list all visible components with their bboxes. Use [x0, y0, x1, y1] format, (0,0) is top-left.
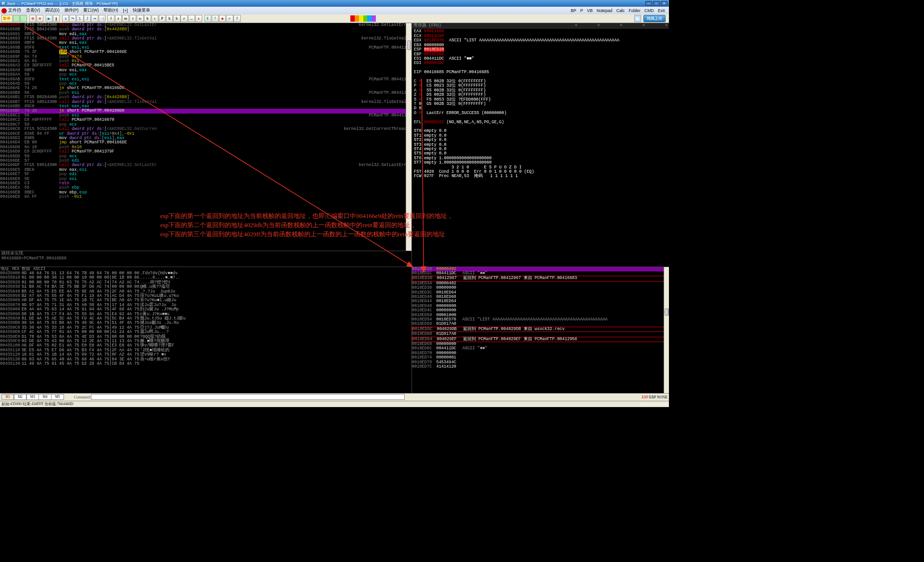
tab-m3[interactable]: M3: [26, 394, 39, 399]
run-button[interactable]: ▶: [46, 15, 52, 22]
app-glyph-icon: [1, 8, 7, 14]
tbQ1[interactable]: ?: [212, 15, 218, 22]
register-line[interactable]: ST1 empty 0.0: [412, 134, 669, 138]
tbS[interactable]: ✓: [226, 15, 233, 22]
tb-c[interactable]: c: [152, 15, 158, 22]
tbQ2[interactable]: ■: [219, 15, 226, 22]
menu-p[interactable]: P: [580, 8, 583, 13]
tbE[interactable]: E: [205, 15, 211, 22]
menu-window[interactable]: 窗口(W): [83, 8, 99, 13]
tb-h[interactable]: h: [144, 15, 151, 22]
tab-m4[interactable]: M4: [38, 394, 51, 399]
tb-s[interactable]: s: [195, 15, 202, 22]
menu-notepad[interactable]: Notepad: [597, 8, 613, 13]
tracein-button[interactable]: ⤵: [77, 15, 83, 22]
restart-button[interactable]: ⟲: [29, 15, 36, 22]
app-icon: 🛠: [1, 1, 5, 6]
annotation-2: esp下面的第二个返回到的地址4029db为当前函数栈帧的上一函数栈帧中的ret…: [160, 221, 416, 230]
menu-debug[interactable]: 调试(D): [45, 8, 59, 13]
hex-dump-pane[interactable]: 地址 HEX 数据 ASCII 004350000D 46 64 76 D1 1…: [0, 267, 411, 393]
tb-m[interactable]: m: [122, 15, 129, 22]
menu-calc[interactable]: Calc: [616, 8, 625, 13]
stepover-button[interactable]: ↷: [69, 15, 76, 22]
tab-m1[interactable]: M1: [1, 394, 14, 399]
register-line[interactable]: ESP 0018ED28: [412, 48, 669, 52]
rainbow-logo: [350, 15, 375, 21]
minimize-button[interactable]: —: [645, 1, 652, 6]
tb-l[interactable]: l: [107, 15, 114, 22]
register-line[interactable]: ESI 004411DC ASCII "■■": [412, 57, 669, 61]
tab-m5[interactable]: M5: [51, 394, 64, 399]
command-input[interactable]: [91, 394, 405, 400]
tb-k[interactable]: k: [166, 15, 173, 22]
annotation-3: esp下面的第三个返回到的地址4029ff为当前函数栈帧的上一函数的上一函数的栈…: [160, 230, 445, 239]
menu-file[interactable]: 文件(f): [8, 8, 21, 13]
register-line[interactable]: EBX 00000000: [412, 43, 669, 48]
tab-bar: M1 M2 M3 M4 M5 Command: ESP EBP NONE: [0, 393, 669, 401]
stack-row[interactable]: 0018ED6001D817A0: [412, 332, 669, 336]
stop-button[interactable]: ✕: [37, 15, 43, 22]
tb-e[interactable]: e: [115, 15, 122, 22]
register-line[interactable]: O 0 LastErr ERROR_SUCCESS (00000000): [412, 111, 669, 115]
tb-w[interactable]: w: [137, 15, 143, 22]
tab-m2[interactable]: M2: [14, 394, 27, 399]
dump-row[interactable]: 0043514011 49 4A 75 91 45 4A 75 D2 28 4A…: [0, 362, 411, 366]
tbQ3[interactable]: ?: [233, 15, 240, 22]
tb2[interactable]: [20, 15, 27, 22]
registers-pane[interactable]: 寄存器 (FPU)< < < < < EAX 00001000ECX 00524…: [412, 23, 669, 267]
register-line[interactable]: ST0 empty 0.0: [412, 129, 669, 133]
close-button[interactable]: ✕: [661, 1, 667, 6]
register-line[interactable]: ST4 empty 0.0: [412, 147, 669, 152]
rununtil-button[interactable]: →|: [99, 15, 105, 22]
stack-pane[interactable]: 0018ED28000004020018ED2C004411DCASCII "■…: [412, 267, 669, 393]
tb-P[interactable]: P: [159, 15, 166, 22]
menu-help[interactable]: 帮助(H): [103, 8, 118, 13]
register-line[interactable]: EIP 00416685 PCManFTP.00416685: [412, 70, 669, 75]
stepinto-button[interactable]: ↴: [62, 15, 69, 22]
jump-target-pane: 跳转未实现 004166D6=PCManFTP.004166D6: [0, 251, 411, 267]
register-line[interactable]: EAX 00001000: [412, 29, 669, 34]
register-line[interactable]: FCW 027F Prec NEAR,53 掩码 1 1 1 1 1 1: [412, 174, 669, 179]
stack-row[interactable]: 0018ED5801D817A0: [412, 322, 669, 326]
stack-row[interactable]: 0018ED2C004411DCASCII "■■": [412, 271, 669, 276]
titlebar: 🛠 Jiack — PCManFTPD2.exe — [LCG - 主线程, 模…: [0, 0, 669, 7]
menu-quick[interactable]: 快捷菜单: [133, 8, 150, 13]
stack-scrollbar[interactable]: [664, 267, 669, 393]
pause2-button[interactable]: ‖: [53, 15, 60, 22]
register-line[interactable]: EFL 00000202 (NO,NB,NE,A,NS,PO,GE,G): [412, 120, 669, 125]
tb-r[interactable]: r: [180, 15, 187, 22]
tb-t[interactable]: t: [129, 15, 136, 22]
menu-cmd[interactable]: CMD: [644, 8, 654, 13]
maximize-button[interactable]: □: [653, 1, 660, 6]
register-line[interactable]: [412, 125, 669, 129]
status-bar: 起始:435000 结束:434FFF 当前值:7664460D: [0, 401, 669, 407]
menu-view[interactable]: 查看(V): [26, 8, 40, 13]
register-line[interactable]: EDI 00000402: [412, 61, 669, 65]
menu-vb[interactable]: VB: [587, 8, 593, 13]
pause-button[interactable]: 暂停: [1, 15, 13, 22]
upload-button[interactable]: 拖拽上传: [643, 15, 666, 22]
tb-...[interactable]: ...: [188, 15, 195, 22]
stack-row[interactable]: 0018ED7C41414120: [412, 365, 669, 369]
register-line[interactable]: ST2 empty 0.0: [412, 138, 669, 142]
register-line[interactable]: EDX 0018ED78 ASCII "LIST AAAAAAAAAAAAAAA…: [412, 38, 669, 43]
toolbar: 暂停 ⟲ ✕ ▶ ‖ ↴ ↷ ⤵ ⤴ ↪ →| lemtwhcPkbr...s …: [0, 14, 669, 23]
cmd-label: Command:: [74, 395, 91, 399]
menu-exit[interactable]: Exit: [658, 8, 665, 13]
traceover-button[interactable]: ⤴: [84, 15, 90, 22]
menu-plugin[interactable]: 插件(P): [64, 8, 79, 13]
tb-b[interactable]: b: [173, 15, 180, 22]
menu-bp[interactable]: BP: [571, 8, 577, 13]
annotation-1: esp下面的第一个返回到的地址为当前栈帧的返回地址，也即汇编窗口中004166e…: [160, 212, 453, 220]
tb1[interactable]: [13, 15, 20, 22]
title-text: Jiack — PCManFTPD2.exe — [LCG - 主线程, 模块 …: [7, 1, 117, 6]
menu-bar[interactable]: 文件(f) 查看(V) 调试(D) 插件(P) 窗口(W) 帮助(H) [+] …: [0, 7, 669, 14]
watermark: drops.wooyun.org: [639, 402, 667, 406]
menu-plus[interactable]: [+]: [123, 8, 128, 13]
menu-folder[interactable]: Folder: [629, 8, 641, 13]
register-line[interactable]: ST3 empty 0.0: [412, 143, 669, 147]
script-button[interactable]: 📄: [634, 15, 641, 22]
runret-button[interactable]: ↪: [91, 15, 98, 22]
disasm-row[interactable]: 004166ED6A FFpush -0x1: [0, 195, 411, 199]
register-line[interactable]: T 0 GS 002B 32位 0(FFFFFFFF): [412, 102, 669, 106]
